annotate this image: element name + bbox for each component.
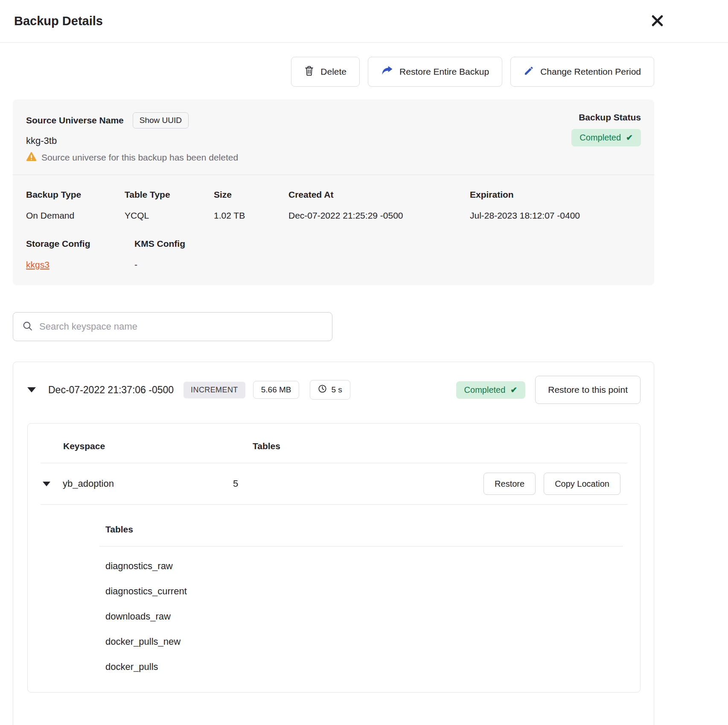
check-icon: ✔ (510, 385, 517, 395)
field-value: - (134, 260, 641, 270)
clock-icon (318, 384, 327, 395)
field-created-at: Created At Dec-07-2022 21:25:29 -0500 (288, 190, 470, 221)
keyspace-table-count: 5 (233, 478, 483, 489)
increment-type-badge: INCREMENT (183, 382, 245, 398)
field-kms-config: KMS Config - (134, 239, 641, 270)
increment-status-badge: Completed ✔ (456, 381, 526, 399)
summary-fields-row: Backup Type On Demand Table Type YCQL Si… (26, 190, 641, 221)
keyspace-row: yb_adoption 5 Restore Copy Location (28, 463, 640, 504)
restore-arrow-icon (381, 66, 393, 78)
increment-card: Dec-07-2022 21:37:06 -0500 INCREMENT 5.6… (13, 362, 654, 725)
field-backup-type: Backup Type On Demand (26, 190, 125, 221)
backup-status-badge: Completed ✔ (571, 129, 641, 146)
close-icon (651, 14, 664, 29)
tables-column-header: Tables (253, 441, 623, 451)
check-icon: ✔ (626, 133, 633, 143)
keyspace-search-input[interactable] (39, 321, 323, 332)
summary-config-row: Storage Config kkgs3 KMS Config - (26, 239, 641, 270)
keyspace-collapse-caret[interactable] (43, 482, 50, 486)
backup-status-label: Backup Status (579, 112, 641, 123)
keyspace-column-header: Keyspace (63, 441, 253, 451)
field-size: Size 1.02 TB (214, 190, 288, 221)
delete-button-label: Delete (320, 67, 347, 77)
modal-header: Backup Details (0, 0, 728, 43)
increment-duration-badge: 5 s (310, 380, 350, 400)
restore-entire-backup-label: Restore Entire Backup (399, 67, 489, 77)
field-expiration: Expiration Jul-28-2023 18:12:07 -0400 (470, 190, 641, 221)
tables-subsection: Tables diagnostics_raw diagnostics_curre… (99, 524, 623, 672)
field-value: On Demand (26, 210, 125, 221)
field-label: Size (214, 190, 288, 200)
search-icon (22, 321, 33, 333)
restore-entire-backup-button[interactable]: Restore Entire Backup (368, 57, 502, 87)
pencil-icon (524, 66, 534, 78)
restore-to-this-point-button[interactable]: Restore to this point (535, 376, 641, 404)
field-value: Jul-28-2023 18:12:07 -0400 (470, 210, 641, 221)
field-label: KMS Config (134, 239, 641, 249)
divider (41, 504, 627, 505)
duration-text: 5 s (331, 385, 342, 395)
keyspace-table-header: Keyspace Tables (28, 424, 640, 463)
keyspace-search-box (13, 312, 332, 341)
field-table-type: Table Type YCQL (125, 190, 214, 221)
increment-header-row: Dec-07-2022 21:37:06 -0500 INCREMENT 5.6… (13, 362, 654, 404)
table-list-item: diagnostics_current (99, 586, 623, 597)
field-storage-config: Storage Config kkgs3 (26, 239, 134, 270)
backup-status-block: Backup Status Completed ✔ (571, 112, 641, 163)
status-text: Completed (579, 133, 621, 143)
increment-collapse-caret[interactable] (27, 387, 36, 392)
table-list-item: docker_pulls_new (99, 636, 623, 647)
source-universe-block: Source Universe Name Show UUID kkg-3tb S… (26, 112, 238, 163)
copy-location-button[interactable]: Copy Location (544, 473, 620, 495)
field-label: Created At (288, 190, 470, 200)
delete-button[interactable]: Delete (291, 57, 360, 87)
action-toolbar: Delete Restore Entire Backup Change Rete… (0, 57, 728, 87)
increment-timestamp: Dec-07-2022 21:37:06 -0500 (48, 384, 174, 396)
field-value: Dec-07-2022 21:25:29 -0500 (288, 210, 470, 221)
table-list-item: docker_pulls (99, 661, 623, 672)
restore-keyspace-button[interactable]: Restore (483, 473, 536, 495)
keyspace-name: yb_adoption (63, 478, 233, 489)
increment-size-badge: 5.66 MB (253, 381, 300, 399)
backup-summary-panel: Source Universe Name Show UUID kkg-3tb S… (13, 99, 654, 285)
close-button[interactable] (649, 13, 666, 30)
table-list-item: downloads_raw (99, 611, 623, 622)
status-text: Completed (464, 385, 506, 395)
field-label: Storage Config (26, 239, 134, 249)
field-value: YCQL (125, 210, 214, 221)
trash-icon (304, 65, 314, 78)
source-universe-label: Source Universe Name (26, 115, 124, 126)
warning-icon (26, 152, 37, 163)
field-label: Expiration (470, 190, 641, 200)
change-retention-label: Change Retention Period (540, 67, 641, 77)
field-value: 1.02 TB (214, 210, 288, 221)
show-uuid-button[interactable]: Show UUID (133, 112, 189, 129)
universe-name: kkg-3tb (26, 135, 238, 146)
universe-deleted-warning: Source universe for this backup has been… (41, 152, 238, 163)
field-label: Backup Type (26, 190, 125, 200)
field-label: Table Type (125, 190, 214, 200)
table-list-item: diagnostics_raw (99, 561, 623, 572)
tables-subsection-header: Tables (99, 524, 623, 547)
page-title: Backup Details (14, 14, 103, 28)
keyspace-table-card: Keyspace Tables yb_adoption 5 Restore Co… (27, 423, 641, 693)
storage-config-link[interactable]: kkgs3 (26, 260, 50, 270)
change-retention-button[interactable]: Change Retention Period (510, 57, 654, 87)
